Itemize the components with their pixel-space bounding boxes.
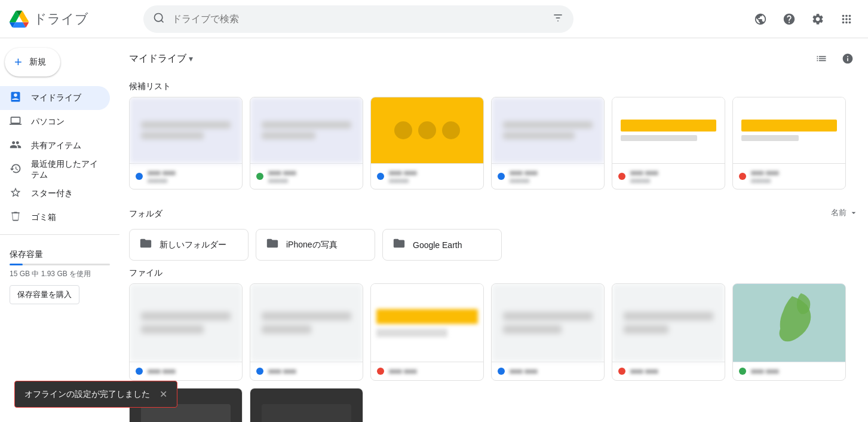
storage-label: 保存容量 (10, 249, 110, 260)
storage-section: 保存容量 15 GB 中 1.93 GB を使用 保存容量を購入 (0, 240, 119, 309)
list-item[interactable]: ●●● ●●● (612, 283, 725, 381)
search-bar[interactable] (143, 5, 573, 33)
file-grid-thumb-1 (130, 284, 242, 362)
storage-buy-button[interactable]: 保存容量を購入 (10, 285, 79, 304)
drive-logo-icon (10, 10, 29, 29)
file-subtext: ●●●●● (510, 177, 538, 184)
sidebar-item-starred-label: スター付き (31, 188, 73, 199)
sidebar-item-recent[interactable]: 最近使用したアイテム (0, 158, 110, 182)
file-thumb-3 (371, 97, 483, 163)
file-type-dot (618, 173, 625, 180)
list-item[interactable]: ●●● ●●● ●●●●● (732, 97, 846, 189)
snackbar: オフラインの設定が完了しました ✕ (14, 381, 177, 408)
new-plus-icon: + (14, 54, 22, 70)
my-drive-icon (10, 91, 22, 106)
folders-section-header: フォルダ 名前 (129, 201, 858, 224)
info-button[interactable] (837, 48, 858, 69)
list-item[interactable]: ●●● ●●● ●●●●● (612, 97, 725, 189)
sidebar-item-trash[interactable]: ゴミ箱 (0, 206, 110, 230)
files-grid: ●●● ●●● ●●● ●●● (129, 283, 858, 422)
file-type-dot (256, 368, 263, 375)
file-subtext: ●●●●● (630, 177, 658, 184)
file-name: ●●● ●●● (510, 367, 538, 375)
file-grid-info-4: ●●● ●●● (492, 362, 604, 380)
new-button[interactable]: + 新規 (5, 48, 60, 77)
file-type-dot (136, 173, 143, 180)
trash-icon (10, 210, 22, 225)
list-item[interactable]: ●●● ●●● (250, 283, 363, 381)
folder-name-google-earth: Google Earth (413, 240, 462, 250)
storage-bar-bg (10, 264, 110, 265)
snackbar-close-button[interactable]: ✕ (160, 389, 167, 400)
list-item[interactable]: ●●● ●●● ●●●●● (250, 97, 363, 189)
file-name: ●●● ●●● (751, 367, 779, 375)
file-name: ●●● ●●● (268, 169, 296, 177)
list-item[interactable]: ●●● ●●● (370, 283, 484, 381)
list-item[interactable]: ●●● ●●● (250, 388, 363, 422)
drive-header: マイドライブ ▾ (129, 38, 858, 74)
sidebar-divider (0, 234, 119, 235)
settings-button[interactable] (806, 7, 830, 31)
file-info-5: ●●● ●●● ●●●●● (612, 163, 725, 189)
body-container: + 新規 マイドライブ パソコン (0, 38, 868, 422)
svg-point-0 (155, 14, 162, 22)
folder-card-new[interactable]: 新しいフォルダー (129, 229, 249, 261)
sidebar-item-shared-label: 共有アイテム (31, 140, 81, 151)
sidebar-item-starred[interactable]: スター付き (0, 182, 110, 206)
list-item[interactable]: ●●● ●●● (732, 283, 846, 381)
apps-button[interactable] (835, 7, 858, 31)
folder-icon (139, 237, 152, 253)
sidebar-item-my-drive[interactable]: マイドライブ (0, 86, 110, 110)
header: ドライブ (0, 0, 868, 38)
snackbar-message: オフラインの設定が完了しました (24, 389, 150, 400)
search-icon (153, 12, 165, 26)
file-type-dot (498, 368, 505, 375)
list-item[interactable]: ●●● ●●● ●●●●● (491, 97, 605, 189)
drive-title-chevron-icon[interactable]: ▾ (189, 54, 193, 63)
filter-icon[interactable] (552, 12, 564, 26)
computer-icon (10, 115, 22, 130)
help-button[interactable] (777, 7, 801, 31)
file-name: ●●● ●●● (148, 367, 176, 375)
file-subtext: ●●●●● (389, 177, 417, 184)
list-item[interactable]: ●●● ●●● (491, 283, 605, 381)
sort-label[interactable]: 名前 (831, 207, 858, 218)
file-grid-info-5: ●●● ●●● (612, 362, 725, 380)
file-grid-thumb-5 (612, 284, 725, 362)
file-type-dot (136, 368, 143, 375)
drive-title: マイドライブ (129, 53, 186, 65)
folder-name-new: 新しいフォルダー (160, 240, 226, 250)
file-grid-thumb-map (733, 284, 845, 362)
sidebar-item-recent-label: 最近使用したアイテム (31, 159, 100, 181)
logo: ドライブ (10, 10, 129, 29)
clock-icon (10, 163, 22, 178)
folder-card-iphone[interactable]: iPhoneの写真 (256, 229, 375, 261)
file-grid-info-3: ●●● ●●● (371, 362, 483, 380)
file-type-dot (256, 173, 263, 180)
list-item[interactable]: ●●● ●●● ●●●●● (370, 97, 484, 189)
file-grid-info-2: ●●● ●●● (250, 362, 363, 380)
drive-title-row: マイドライブ ▾ (129, 53, 193, 65)
sidebar-item-computers-label: パソコン (31, 117, 65, 127)
sidebar-item-computers[interactable]: パソコン (0, 110, 110, 134)
folder-name-iphone: iPhoneの写真 (286, 240, 338, 250)
file-type-dot (377, 368, 384, 375)
list-item[interactable]: ●●● ●●● (129, 283, 243, 381)
files-section-title: ファイル (129, 268, 858, 279)
file-grid-thumb-dark2 (250, 389, 363, 422)
file-info-1: ●●● ●●● ●●●●● (130, 163, 242, 189)
new-button-label: 新規 (29, 57, 46, 68)
drive-header-actions (811, 48, 858, 69)
folder-card-google-earth[interactable]: Google Earth (382, 229, 502, 261)
file-type-dot (739, 173, 746, 180)
file-subtext: ●●●●● (268, 177, 296, 184)
list-view-button[interactable] (811, 48, 832, 69)
sidebar-item-my-drive-label: マイドライブ (31, 93, 81, 103)
search-input[interactable] (172, 14, 547, 25)
account-circle-button[interactable] (749, 7, 772, 31)
file-name: ●●● ●●● (630, 367, 658, 375)
folders-section-title: フォルダ (129, 209, 162, 219)
logo-text: ドライブ (33, 10, 88, 28)
sidebar-item-shared[interactable]: 共有アイテム (0, 134, 110, 158)
list-item[interactable]: ●●● ●●● ●●●●● (129, 97, 243, 189)
